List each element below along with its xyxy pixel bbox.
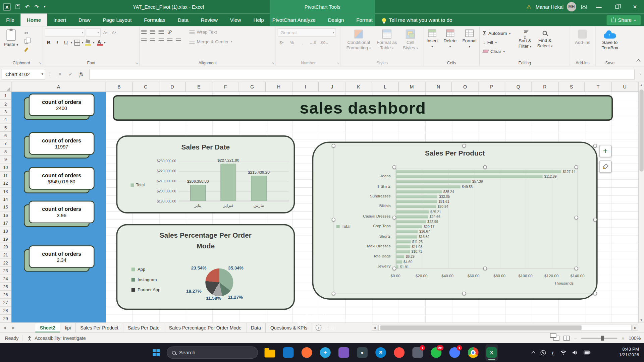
- column-header-U[interactable]: U: [611, 82, 638, 92]
- taskbar-app-skype[interactable]: S: [375, 344, 387, 361]
- save-to-terabox-button[interactable]: Save toTeraBox: [600, 28, 621, 59]
- font-size-input[interactable]: ▾: [86, 28, 101, 36]
- scroll-right-icon[interactable]: ▶: [633, 325, 638, 331]
- clipboard-dialog-launcher[interactable]: ↘: [39, 62, 41, 65]
- align-left-icon[interactable]: [141, 39, 147, 42]
- font-name-input[interactable]: ▾: [45, 28, 85, 36]
- save-icon[interactable]: [16, 4, 20, 9]
- ribbon-tab-format[interactable]: Format: [350, 13, 379, 26]
- delete-cells-button[interactable]: Delete▾: [441, 28, 459, 59]
- ribbon-tab-design[interactable]: Design: [322, 13, 350, 26]
- clear-button[interactable]: Clear ▾: [481, 47, 512, 55]
- find-select-button[interactable]: Find &Select ▾: [535, 28, 554, 59]
- taskbar-app-people[interactable]: 1: [412, 344, 424, 361]
- column-header-F[interactable]: F: [212, 82, 239, 92]
- accounting-format-button[interactable]: $ ▾: [278, 39, 285, 46]
- bold-button[interactable]: B: [45, 39, 52, 46]
- selection-handle[interactable]: [483, 165, 487, 169]
- comma-style-button[interactable]: ,: [298, 39, 306, 46]
- row-header-29[interactable]: 29: [0, 315, 11, 323]
- align-top-icon[interactable]: [141, 30, 147, 34]
- insert-cells-button[interactable]: Insert▾: [424, 28, 440, 59]
- column-header-L[interactable]: L: [372, 82, 398, 92]
- column-header-P[interactable]: P: [479, 82, 505, 92]
- row-header-28[interactable]: 28: [0, 307, 11, 315]
- horizontal-scroll-thumb[interactable]: [380, 325, 582, 330]
- taskbar-app-telegram[interactable]: ✈: [319, 344, 331, 361]
- ribbon-tab-data[interactable]: Data: [171, 13, 195, 26]
- row-header-22[interactable]: 22: [0, 259, 11, 267]
- column-header-R[interactable]: R: [532, 82, 558, 92]
- paste-button[interactable]: Paste ▾: [2, 28, 20, 59]
- decrease-indent-icon[interactable]: [167, 39, 172, 42]
- language-indicator[interactable]: ع: [551, 350, 554, 355]
- chart-styles-button[interactable]: [599, 161, 612, 173]
- accessibility-status[interactable]: Accessibility: Investigate: [35, 336, 86, 341]
- taskbar-app-file-explorer[interactable]: [264, 344, 276, 361]
- number-dialog-launcher[interactable]: ↘: [336, 62, 339, 65]
- minimize-button[interactable]: —: [590, 0, 608, 13]
- volume-icon[interactable]: [572, 350, 578, 355]
- zoom-level[interactable]: 100%: [629, 336, 641, 341]
- selection-handle[interactable]: [593, 218, 597, 222]
- row-header-14[interactable]: 14: [0, 195, 11, 203]
- enter-formula-icon[interactable]: ✓: [65, 69, 76, 79]
- kpi-card-4[interactable]: count of orders3.96: [24, 201, 95, 227]
- customize-qat-icon[interactable]: ▾: [44, 5, 46, 8]
- underline-button[interactable]: U: [62, 39, 70, 46]
- conditional-formatting-button[interactable]: ConditionalFormatting ▾: [344, 28, 373, 59]
- alignment-dialog-launcher[interactable]: ↘: [272, 62, 274, 65]
- font-color-button[interactable]: A: [95, 39, 103, 46]
- chart-elements-button[interactable]: +: [599, 145, 612, 157]
- align-bottom-icon[interactable]: [159, 30, 164, 34]
- decrease-font-size-button[interactable]: A▾: [110, 28, 118, 36]
- row-header-1[interactable]: 1: [0, 92, 11, 100]
- ribbon-tab-view[interactable]: View: [224, 13, 247, 26]
- scroll-up-icon[interactable]: ▲: [639, 82, 644, 88]
- row-header-12[interactable]: 12: [0, 179, 11, 187]
- row-header-20[interactable]: 20: [0, 243, 11, 251]
- column-header-J[interactable]: J: [319, 82, 345, 92]
- row-header-19[interactable]: 19: [0, 235, 11, 243]
- redo-icon[interactable]: ↷: [35, 4, 39, 9]
- sales-percentage-chart[interactable]: Sales Percentage Per OrderMode AppInstag…: [116, 224, 295, 310]
- row-header-2[interactable]: 2: [0, 100, 11, 108]
- expand-formula-bar-icon[interactable]: ˅: [639, 72, 641, 76]
- column-header-D[interactable]: D: [159, 82, 186, 92]
- sheet-tab-sales-per-date[interactable]: Sales Per Date: [123, 323, 164, 333]
- align-right-icon[interactable]: [159, 39, 164, 42]
- legend-item-instagram[interactable]: Instagram: [131, 277, 160, 282]
- format-cells-button[interactable]: Format▾: [460, 28, 479, 59]
- dashboard-title-banner[interactable]: sales dashbord: [113, 95, 613, 121]
- hidden-icons-chevron[interactable]: [531, 351, 535, 355]
- kpi-card-1[interactable]: count of orders2400: [24, 94, 95, 120]
- new-sheet-button[interactable]: +: [316, 325, 322, 331]
- format-as-table-button[interactable]: Format asTable ▾: [375, 28, 399, 59]
- sheet-nav-right-icon[interactable]: ▶: [9, 323, 18, 333]
- kpi-card-5[interactable]: count of orders2.34: [24, 245, 95, 272]
- column-header-E[interactable]: E: [186, 82, 212, 92]
- selection-handle[interactable]: [593, 292, 597, 295]
- sheet-tab-sales-per-product[interactable]: Sales Per Product: [76, 323, 123, 333]
- selection-handle[interactable]: [574, 216, 578, 219]
- column-header-B[interactable]: B: [106, 82, 132, 92]
- file-tab[interactable]: File: [0, 13, 20, 26]
- kpi-card-3[interactable]: count of orders$649,019.80: [24, 167, 95, 193]
- sheet-nav-left-icon[interactable]: ◀: [0, 323, 9, 333]
- insert-function-icon[interactable]: fx: [76, 69, 87, 79]
- sheet-tab-sales-percentage-per-order-mode[interactable]: Sales Percentage Per Order Mode: [164, 323, 246, 333]
- taskbar-app-camera[interactable]: ●: [356, 344, 369, 361]
- selection-handle[interactable]: [392, 216, 396, 219]
- row-header-8[interactable]: 8: [0, 147, 11, 156]
- row-header-17[interactable]: 17: [0, 219, 11, 227]
- selection-handle[interactable]: [593, 144, 597, 147]
- italic-button[interactable]: I: [53, 39, 61, 46]
- taskbar-app-microsoft-store[interactable]: [282, 344, 294, 361]
- sheet-tab-kpi[interactable]: kpi: [60, 323, 76, 333]
- column-header-N[interactable]: N: [425, 82, 452, 92]
- column-header-T[interactable]: T: [585, 82, 611, 92]
- increase-font-size-button[interactable]: A▴: [101, 28, 109, 36]
- font-dialog-launcher[interactable]: ↘: [135, 62, 138, 65]
- legend-item-app[interactable]: App: [131, 267, 160, 272]
- selection-handle[interactable]: [332, 292, 335, 295]
